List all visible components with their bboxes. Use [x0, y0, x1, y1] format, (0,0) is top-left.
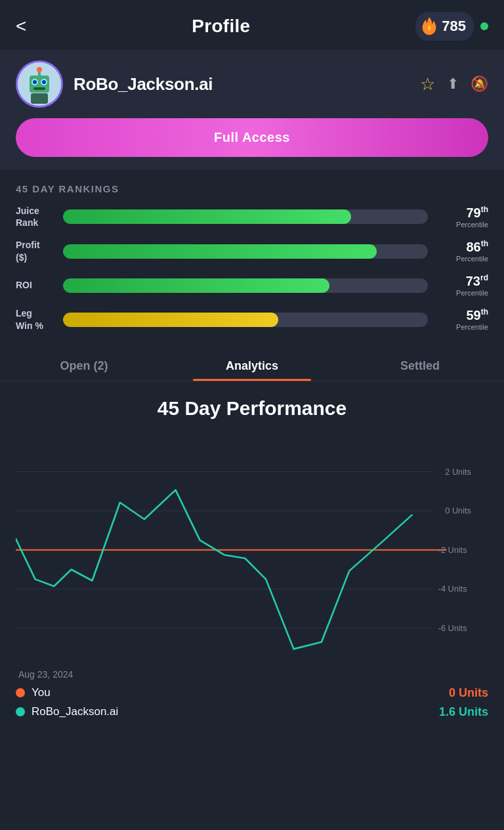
profile-section: RoBo_Jackson.ai ☆ ⬆ 🔕 Full Access [0, 50, 504, 170]
tabs-container: Open (2) Analytics Settled [0, 349, 504, 382]
legend-dot-robo [16, 707, 25, 716]
ranking-bar-roi [63, 278, 428, 293]
svg-point-8 [37, 67, 42, 72]
notification-icon[interactable]: 🔕 [471, 76, 488, 93]
chart-date: Aug 23, 2024 [16, 669, 488, 680]
ranking-value-roi: 73rd Percentile [436, 274, 488, 297]
page-title: Profile [192, 16, 250, 37]
flame-badge: 785 [415, 12, 474, 41]
legend-label-you: You [32, 686, 442, 699]
svg-rect-6 [33, 87, 45, 90]
svg-point-4 [33, 80, 37, 84]
rankings-section: 45 DAY RANKINGS JuiceRank 79th Percentil… [0, 170, 504, 349]
profile-info: RoBo_Jackson.ai ☆ ⬆ 🔕 [16, 60, 488, 108]
svg-text:-4 Units: -4 Units [438, 584, 467, 594]
rankings-title: 45 DAY RANKINGS [16, 183, 488, 194]
ranking-roi: ROI 73rd Percentile [16, 274, 488, 297]
legend-label-robo: RoBo_Jackson.ai [32, 705, 432, 718]
performance-title: 45 Day Performance [16, 397, 488, 420]
full-access-button[interactable]: Full Access [16, 118, 488, 157]
ranking-label-legwin: LegWin % [16, 307, 55, 331]
legend-you: You 0 Units [16, 686, 488, 700]
ranking-leg-win: LegWin % 59th Percentile [16, 307, 488, 331]
svg-text:2 Units: 2 Units [445, 467, 471, 477]
ranking-juice-rank: JuiceRank 79th Percentile [16, 205, 488, 229]
flame-count: 785 [442, 18, 466, 35]
svg-rect-9 [31, 93, 48, 104]
tab-settled[interactable]: Settled [336, 349, 504, 381]
header-right: 785 [415, 12, 488, 41]
ranking-label-profit: Profit($) [16, 239, 55, 263]
back-button[interactable]: < [16, 16, 26, 37]
ranking-label-roi: ROI [16, 279, 55, 291]
svg-text:-6 Units: -6 Units [438, 623, 467, 633]
header: < Profile 785 [0, 0, 504, 50]
analytics-section: 45 Day Performance 2 Units 0 Units -2 Un… [0, 382, 504, 735]
performance-chart: 2 Units 0 Units -2 Units -4 Units -6 Uni… [16, 433, 488, 656]
profile-username: RoBo_Jackson.ai [74, 74, 410, 95]
ranking-value-legwin: 59th Percentile [436, 308, 488, 332]
legend-robo: RoBo_Jackson.ai 1.6 Units [16, 705, 488, 719]
online-indicator [480, 22, 488, 30]
svg-text:0 Units: 0 Units [445, 506, 471, 515]
legend-value-you: 0 Units [449, 686, 488, 700]
flame-icon [421, 16, 438, 37]
avatar [16, 60, 63, 108]
share-icon[interactable]: ⬆ [447, 76, 459, 93]
legend-dot-you [16, 688, 25, 697]
ranking-value-juice: 79th Percentile [436, 205, 488, 229]
svg-point-5 [42, 80, 46, 84]
ranking-value-profit: 86th Percentile [436, 240, 488, 263]
legend-value-robo: 1.6 Units [439, 705, 488, 719]
ranking-profit: Profit($) 86th Percentile [16, 239, 488, 263]
tab-open[interactable]: Open (2) [0, 349, 168, 381]
chart-svg: 2 Units 0 Units -2 Units -4 Units -6 Uni… [16, 433, 488, 656]
svg-text:-2 Units: -2 Units [438, 545, 467, 555]
favorite-icon[interactable]: ☆ [420, 74, 435, 95]
tab-analytics[interactable]: Analytics [168, 349, 336, 381]
ranking-bar-legwin [63, 313, 428, 327]
profile-actions: ☆ ⬆ 🔕 [420, 74, 488, 95]
ranking-label-juice: JuiceRank [16, 205, 55, 229]
ranking-bar-profit [63, 244, 428, 259]
ranking-bar-juice [63, 209, 428, 224]
